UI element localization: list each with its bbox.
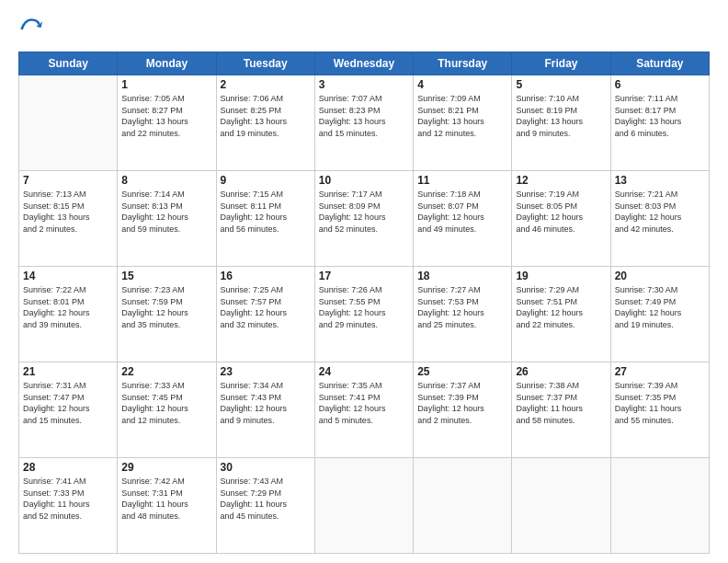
calendar-cell: [19, 75, 118, 171]
day-number: 8: [121, 174, 211, 187]
day-info: Sunrise: 7:41 AM Sunset: 7:33 PM Dayligh…: [23, 476, 113, 522]
day-info: Sunrise: 7:42 AM Sunset: 7:31 PM Dayligh…: [121, 476, 211, 522]
calendar-cell: 18Sunrise: 7:27 AM Sunset: 7:53 PM Dayli…: [414, 267, 512, 362]
logo: [18, 17, 48, 42]
calendar-cell: 21Sunrise: 7:31 AM Sunset: 7:47 PM Dayli…: [19, 362, 118, 458]
day-info: Sunrise: 7:43 AM Sunset: 7:29 PM Dayligh…: [221, 476, 311, 522]
calendar-header-row: SundayMondayTuesdayWednesdayThursdayFrid…: [19, 52, 710, 75]
calendar-cell: 15Sunrise: 7:23 AM Sunset: 7:59 PM Dayli…: [118, 267, 216, 362]
day-number: 4: [417, 78, 507, 91]
day-number: 3: [319, 78, 409, 91]
calendar-cell: 1Sunrise: 7:05 AM Sunset: 8:27 PM Daylig…: [118, 75, 216, 171]
page: SundayMondayTuesdayWednesdayThursdayFrid…: [0, 0, 728, 563]
calendar-cell: 30Sunrise: 7:43 AM Sunset: 7:29 PM Dayli…: [216, 458, 314, 554]
day-number: 25: [417, 365, 507, 378]
calendar-cell: 2Sunrise: 7:06 AM Sunset: 8:25 PM Daylig…: [216, 75, 314, 171]
calendar-header-tuesday: Tuesday: [216, 52, 314, 75]
day-number: 30: [221, 461, 311, 474]
day-info: Sunrise: 7:22 AM Sunset: 8:01 PM Dayligh…: [23, 284, 113, 330]
day-info: Sunrise: 7:23 AM Sunset: 7:59 PM Dayligh…: [121, 284, 211, 330]
calendar-week-5: 28Sunrise: 7:41 AM Sunset: 7:33 PM Dayli…: [19, 458, 710, 554]
day-info: Sunrise: 7:17 AM Sunset: 8:09 PM Dayligh…: [319, 189, 409, 235]
day-number: 23: [221, 365, 311, 378]
calendar-cell: 26Sunrise: 7:38 AM Sunset: 7:37 PM Dayli…: [512, 362, 610, 458]
calendar: SundayMondayTuesdayWednesdayThursdayFrid…: [18, 52, 710, 554]
day-number: 2: [221, 78, 311, 91]
calendar-week-2: 7Sunrise: 7:13 AM Sunset: 8:15 PM Daylig…: [19, 171, 710, 267]
calendar-cell: 27Sunrise: 7:39 AM Sunset: 7:35 PM Dayli…: [610, 362, 709, 458]
day-number: 16: [221, 270, 311, 282]
calendar-header-wednesday: Wednesday: [314, 52, 413, 75]
calendar-cell: 23Sunrise: 7:34 AM Sunset: 7:43 PM Dayli…: [216, 362, 314, 458]
day-number: 5: [516, 78, 606, 91]
day-info: Sunrise: 7:34 AM Sunset: 7:43 PM Dayligh…: [221, 380, 311, 426]
day-number: 21: [23, 365, 113, 378]
calendar-cell: 3Sunrise: 7:07 AM Sunset: 8:23 PM Daylig…: [314, 75, 413, 171]
day-info: Sunrise: 7:39 AM Sunset: 7:35 PM Dayligh…: [615, 380, 705, 426]
day-info: Sunrise: 7:10 AM Sunset: 8:19 PM Dayligh…: [516, 93, 606, 139]
day-info: Sunrise: 7:25 AM Sunset: 7:57 PM Dayligh…: [221, 284, 311, 330]
calendar-cell: 11Sunrise: 7:18 AM Sunset: 8:07 PM Dayli…: [414, 171, 512, 267]
day-number: 15: [121, 270, 211, 282]
day-number: 17: [319, 270, 409, 282]
logo-icon: [18, 17, 44, 42]
day-number: 14: [23, 270, 113, 282]
calendar-week-3: 14Sunrise: 7:22 AM Sunset: 8:01 PM Dayli…: [19, 267, 710, 362]
calendar-cell: 24Sunrise: 7:35 AM Sunset: 7:41 PM Dayli…: [314, 362, 413, 458]
day-info: Sunrise: 7:37 AM Sunset: 7:39 PM Dayligh…: [417, 380, 507, 426]
day-info: Sunrise: 7:31 AM Sunset: 7:47 PM Dayligh…: [23, 380, 113, 426]
calendar-cell: 20Sunrise: 7:30 AM Sunset: 7:49 PM Dayli…: [610, 267, 709, 362]
calendar-cell: [314, 458, 413, 554]
day-number: 27: [615, 365, 705, 378]
day-info: Sunrise: 7:05 AM Sunset: 8:27 PM Dayligh…: [121, 93, 211, 139]
calendar-cell: 9Sunrise: 7:15 AM Sunset: 8:11 PM Daylig…: [216, 171, 314, 267]
day-info: Sunrise: 7:27 AM Sunset: 7:53 PM Dayligh…: [417, 284, 507, 330]
calendar-header-saturday: Saturday: [610, 52, 709, 75]
day-info: Sunrise: 7:15 AM Sunset: 8:11 PM Dayligh…: [221, 189, 311, 235]
calendar-cell: 14Sunrise: 7:22 AM Sunset: 8:01 PM Dayli…: [19, 267, 118, 362]
calendar-cell: 19Sunrise: 7:29 AM Sunset: 7:51 PM Dayli…: [512, 267, 610, 362]
calendar-cell: 5Sunrise: 7:10 AM Sunset: 8:19 PM Daylig…: [512, 75, 610, 171]
day-info: Sunrise: 7:09 AM Sunset: 8:21 PM Dayligh…: [417, 93, 507, 139]
calendar-cell: 4Sunrise: 7:09 AM Sunset: 8:21 PM Daylig…: [414, 75, 512, 171]
calendar-cell: 10Sunrise: 7:17 AM Sunset: 8:09 PM Dayli…: [314, 171, 413, 267]
day-number: 13: [615, 174, 705, 187]
calendar-cell: 7Sunrise: 7:13 AM Sunset: 8:15 PM Daylig…: [19, 171, 118, 267]
calendar-cell: 16Sunrise: 7:25 AM Sunset: 7:57 PM Dayli…: [216, 267, 314, 362]
day-info: Sunrise: 7:21 AM Sunset: 8:03 PM Dayligh…: [615, 189, 705, 235]
day-number: 9: [221, 174, 311, 187]
day-number: 6: [615, 78, 705, 91]
calendar-cell: 8Sunrise: 7:14 AM Sunset: 8:13 PM Daylig…: [118, 171, 216, 267]
day-number: 18: [417, 270, 507, 282]
day-number: 11: [417, 174, 507, 187]
calendar-header-sunday: Sunday: [19, 52, 118, 75]
day-number: 12: [516, 174, 606, 187]
day-info: Sunrise: 7:18 AM Sunset: 8:07 PM Dayligh…: [417, 189, 507, 235]
day-number: 19: [516, 270, 606, 282]
day-info: Sunrise: 7:26 AM Sunset: 7:55 PM Dayligh…: [319, 284, 409, 330]
header: [18, 17, 710, 42]
day-info: Sunrise: 7:35 AM Sunset: 7:41 PM Dayligh…: [319, 380, 409, 426]
day-info: Sunrise: 7:29 AM Sunset: 7:51 PM Dayligh…: [516, 284, 606, 330]
calendar-cell: [610, 458, 709, 554]
day-info: Sunrise: 7:13 AM Sunset: 8:15 PM Dayligh…: [23, 189, 113, 235]
day-info: Sunrise: 7:30 AM Sunset: 7:49 PM Dayligh…: [615, 284, 705, 330]
calendar-cell: 12Sunrise: 7:19 AM Sunset: 8:05 PM Dayli…: [512, 171, 610, 267]
day-info: Sunrise: 7:07 AM Sunset: 8:23 PM Dayligh…: [319, 93, 409, 139]
day-info: Sunrise: 7:11 AM Sunset: 8:17 PM Dayligh…: [615, 93, 705, 139]
day-info: Sunrise: 7:06 AM Sunset: 8:25 PM Dayligh…: [221, 93, 311, 139]
day-info: Sunrise: 7:14 AM Sunset: 8:13 PM Dayligh…: [121, 189, 211, 235]
calendar-week-4: 21Sunrise: 7:31 AM Sunset: 7:47 PM Dayli…: [19, 362, 710, 458]
day-number: 1: [121, 78, 211, 91]
calendar-cell: 22Sunrise: 7:33 AM Sunset: 7:45 PM Dayli…: [118, 362, 216, 458]
day-number: 7: [23, 174, 113, 187]
calendar-header-thursday: Thursday: [414, 52, 512, 75]
day-number: 28: [23, 461, 113, 474]
day-number: 20: [615, 270, 705, 282]
day-info: Sunrise: 7:33 AM Sunset: 7:45 PM Dayligh…: [121, 380, 211, 426]
calendar-header-monday: Monday: [118, 52, 216, 75]
calendar-cell: 13Sunrise: 7:21 AM Sunset: 8:03 PM Dayli…: [610, 171, 709, 267]
day-number: 22: [121, 365, 211, 378]
day-number: 29: [121, 461, 211, 474]
calendar-cell: 6Sunrise: 7:11 AM Sunset: 8:17 PM Daylig…: [610, 75, 709, 171]
